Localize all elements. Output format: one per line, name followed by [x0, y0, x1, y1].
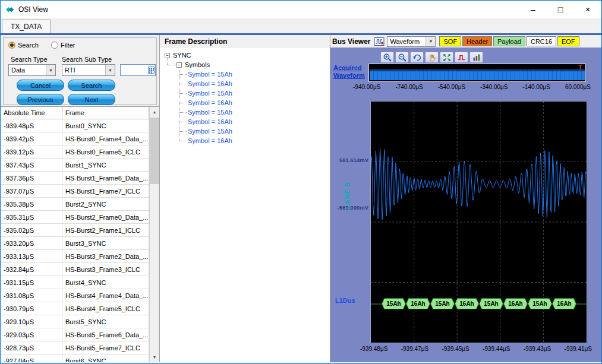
overview-tick: 60.000μS: [565, 84, 591, 90]
scroll-down-icon[interactable]: ▼: [150, 352, 159, 362]
tree-item-symbol[interactable]: Symbol = 15Ah: [160, 69, 330, 79]
frame-cell: HS-Burst1_Frame6_Data_...: [62, 172, 149, 185]
absolute-time-cell: -930.79μS: [1, 302, 62, 315]
table-row[interactable]: -927.04μSBurst6_SYNC: [1, 354, 149, 362]
table-row[interactable]: -933.13μSHS-Burst3_Frame2_Data_...: [1, 250, 149, 263]
waveform-mode-dropdown[interactable]: Waveform ▼: [387, 36, 436, 47]
undo-button[interactable]: [410, 52, 424, 63]
bus-viewer-body: Acquired Waveform T -940.00μS-740.00μS-5…: [330, 48, 601, 362]
bus-config-icon[interactable]: [374, 37, 384, 46]
waveform-overview-strip[interactable]: T: [368, 64, 586, 82]
trigger-marker: T: [578, 64, 582, 71]
search-radio-row[interactable]: Search: [8, 42, 39, 49]
collapse-icon[interactable]: −: [176, 62, 182, 68]
legend-crc16[interactable]: CRC16: [527, 36, 556, 46]
absolute-time-cell: -931.08μS: [1, 289, 62, 302]
zoom-in-button[interactable]: [380, 52, 394, 63]
table-row[interactable]: -931.08μSHS-Burst4_Frame4_Data_...: [1, 289, 149, 302]
next-button[interactable]: Next: [68, 94, 115, 105]
search-type-dropdown[interactable]: Data ▼: [8, 64, 56, 76]
waveform-canvas[interactable]: 15Ah16Ah15Ah16Ah15Ah16Ah15Ah16Ah: [370, 101, 587, 343]
tree-item-symbol[interactable]: Symbol = 16Ah: [160, 79, 330, 88]
tree-connector: [168, 65, 176, 65]
table-row[interactable]: -939.48μSBurst0_SYNC: [1, 119, 149, 132]
legend-header[interactable]: Header: [462, 36, 492, 46]
frame-description-title: Frame Description: [160, 35, 330, 48]
tree-item-symbol[interactable]: Symbol = 15Ah: [160, 107, 330, 117]
absolute-time-cell: -933.13μS: [1, 250, 62, 263]
main-content: Search Filter Search Type Search Sub Typ…: [1, 35, 601, 362]
collapse-icon[interactable]: −: [165, 53, 170, 58]
column-header-frame[interactable]: Frame: [62, 107, 149, 119]
search-sub-type-dropdown[interactable]: RTI ▼: [62, 64, 115, 76]
frame-tree: − SYNC − Symbols Symbol = 15AhSymbol = 1…: [160, 48, 330, 362]
tree-item-symbol[interactable]: Symbol = 16Ah: [160, 136, 330, 145]
bus-settings-button[interactable]: [469, 52, 483, 63]
tree-item-symbols[interactable]: − Symbols: [160, 60, 330, 69]
absolute-time-cell: -935.02μS: [1, 224, 62, 237]
legend-sof[interactable]: SOF: [439, 36, 461, 46]
filter-radio-label: Filter: [61, 42, 75, 49]
legend-eof[interactable]: EOF: [557, 36, 579, 46]
search-value-input[interactable]: [121, 65, 144, 75]
maximize-button[interactable]: □: [547, 1, 574, 18]
results-scrollbar[interactable]: ▲ ▼: [149, 107, 159, 362]
search-value-field[interactable]: [120, 64, 156, 76]
tree-item-symbol[interactable]: Symbol = 16Ah: [160, 117, 330, 126]
table-row[interactable]: -939.42μSHS-Burst0_Frame4_Data_...: [1, 132, 149, 145]
symbol-label: Symbol = 15Ah: [188, 90, 232, 97]
table-row[interactable]: -928.73μSHS-Burst5_Frame7_ICLC: [1, 341, 149, 354]
table-row[interactable]: -935.38μSBurst2_SYNC: [1, 198, 149, 211]
scrollbar-thumb[interactable]: [150, 118, 159, 184]
tree-item-symbol[interactable]: Symbol = 15Ah: [160, 126, 330, 136]
absolute-time-cell: -931.15μS: [1, 276, 62, 289]
search-button[interactable]: Search: [68, 80, 115, 91]
overview-tick: -140.00μS: [523, 84, 550, 90]
frame-cell: HS-Burst1_Frame7_ICLC: [62, 185, 149, 198]
frame-cell: HS-Burst2_Frame1_ICLC: [62, 224, 149, 237]
tab-bar: TX_DATA: [1, 18, 601, 35]
table-row[interactable]: -933.20μSBurst3_SYNC: [1, 237, 149, 250]
legend-payload[interactable]: Payload: [493, 36, 525, 46]
scroll-up-icon[interactable]: ▲: [150, 107, 159, 117]
acquired-waveform-label[interactable]: Acquired Waveform: [333, 64, 368, 80]
search-radio[interactable]: [8, 42, 15, 49]
absolute-time-cell: -929.03μS: [1, 328, 62, 341]
absolute-time-cell: -929.10μS: [1, 315, 62, 328]
time-tick: -939.43μS: [524, 346, 551, 352]
previous-button[interactable]: Previous: [17, 94, 64, 105]
waveform-time-axis: -939.48μS-939.47μS-939.45μS-939.44μS-939…: [360, 346, 592, 352]
table-row[interactable]: -931.15μSBurst4_SYNC: [1, 276, 149, 289]
table-row[interactable]: -929.10μSBurst5_SYNC: [1, 315, 149, 328]
close-button[interactable]: ×: [574, 1, 601, 18]
tab-tx-data[interactable]: TX_DATA: [2, 20, 51, 33]
table-row[interactable]: -935.02μSHS-Burst2_Frame1_ICLC: [1, 224, 149, 237]
table-row[interactable]: -935.31μSHS-Burst2_Frame0_Data_...: [1, 211, 149, 224]
pan-button[interactable]: [425, 52, 439, 63]
voltage-max-label: 561.614mV: [332, 157, 368, 163]
table-row[interactable]: -929.03μSHS-Burst5_Frame6_Data_...: [1, 328, 149, 341]
table-row[interactable]: -930.79μSHS-Burst4_Frame5_ICLC: [1, 302, 149, 315]
absolute-time-cell: -939.12μS: [1, 145, 62, 159]
table-row[interactable]: -937.07μSHS-Burst1_Frame7_ICLC: [1, 185, 149, 198]
tree-item-symbol[interactable]: Symbol = 15Ah: [160, 88, 330, 98]
keypad-icon[interactable]: [148, 67, 155, 74]
zoom-out-button[interactable]: [395, 52, 409, 63]
filter-radio-row[interactable]: Filter: [51, 42, 75, 49]
table-row[interactable]: -937.36μSHS-Burst1_Frame6_Data_...: [1, 172, 149, 185]
table-row[interactable]: -932.84μSHS-Burst3_Frame3_ICLC: [1, 263, 149, 276]
time-tick: -939.47μS: [401, 346, 428, 352]
column-header-absolute-time[interactable]: Absolute Time: [1, 107, 62, 119]
frame-legend: SOFHeaderPayloadCRC16EOF: [439, 36, 579, 46]
table-row[interactable]: -939.12μSHS-Burst0_Frame5_ICLC: [1, 145, 149, 159]
fit-button[interactable]: [440, 52, 453, 63]
tree-item-sync[interactable]: − SYNC: [160, 50, 330, 60]
filter-radio[interactable]: [51, 42, 58, 49]
cancel-button[interactable]: Cancel: [17, 80, 64, 91]
minimize-button[interactable]: –: [519, 1, 547, 18]
tree-item-symbol[interactable]: Symbol = 16Ah: [160, 98, 330, 107]
absolute-time-cell: -939.48μS: [1, 119, 62, 132]
trigger-pattern-button[interactable]: [455, 52, 468, 63]
table-row[interactable]: -937.43μSBurst1_SYNC: [1, 159, 149, 172]
tree-connector: [179, 68, 179, 141]
